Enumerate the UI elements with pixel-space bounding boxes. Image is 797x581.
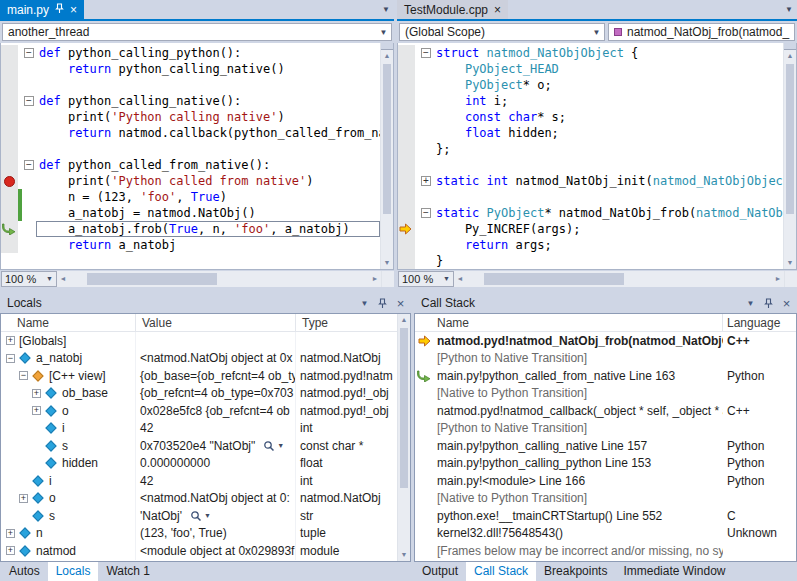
variable-name-cell[interactable]: i bbox=[1, 420, 136, 438]
breakpoint-margin[interactable] bbox=[1, 61, 18, 77]
code-line[interactable]: −def python_calling_python(): bbox=[1, 45, 380, 61]
code-text[interactable]: float hidden; bbox=[433, 125, 783, 141]
variable-name-cell[interactable]: s bbox=[1, 437, 136, 455]
column-header-language[interactable]: Language bbox=[723, 314, 796, 331]
code-line[interactable]: n = (123, 'foo', True) bbox=[1, 189, 380, 205]
scroll-up-icon[interactable]: ▲ bbox=[784, 50, 796, 62]
panel-tab-call-stack[interactable]: Call Stack bbox=[466, 562, 536, 581]
expand-icon[interactable]: + bbox=[6, 529, 15, 538]
code-text[interactable]: print('Python calling native') bbox=[36, 109, 380, 125]
breakpoint-margin[interactable] bbox=[398, 125, 415, 141]
horizontal-scrollbar[interactable]: ◄ ► bbox=[57, 271, 381, 287]
close-icon[interactable]: × bbox=[70, 4, 77, 16]
variable-value-cell[interactable]: 42 bbox=[136, 472, 296, 490]
frame-name-cell[interactable]: main.py!python_calling_native Line 157 bbox=[433, 437, 723, 455]
code-line[interactable]: a_natobj.frob(True, n, 'foo', a_natobj) bbox=[1, 221, 380, 237]
scroll-right-icon[interactable]: ► bbox=[772, 275, 784, 282]
breakpoint-margin[interactable] bbox=[398, 93, 415, 109]
variable-name-cell[interactable]: hidden bbox=[1, 455, 136, 473]
code-text[interactable]: print('Python called from native') bbox=[36, 173, 380, 189]
scroll-track[interactable] bbox=[381, 62, 393, 257]
collapse-icon[interactable]: − bbox=[24, 160, 34, 170]
code-editor-python[interactable]: −def python_calling_python(): return pyt… bbox=[0, 43, 394, 269]
panel-tab-locals[interactable]: Locals bbox=[48, 562, 99, 581]
code-text[interactable]: return natmod.callback(python_called_fro… bbox=[36, 125, 380, 141]
frame-name-cell[interactable]: python.exe!__tmainCRTStartup() Line 552 bbox=[433, 507, 723, 525]
code-text[interactable]: def python_calling_native(): bbox=[36, 93, 380, 109]
expand-icon[interactable]: + bbox=[6, 336, 15, 345]
code-line[interactable]: return natmod.callback(python_called_fro… bbox=[1, 125, 380, 141]
expand-icon[interactable]: + bbox=[6, 546, 15, 555]
breakpoint-margin[interactable] bbox=[1, 93, 18, 109]
scroll-left-icon[interactable]: ◄ bbox=[454, 275, 466, 282]
breakpoint-margin[interactable] bbox=[398, 77, 415, 93]
breakpoint-margin[interactable] bbox=[398, 189, 415, 205]
column-header-type[interactable]: Type bbox=[296, 314, 397, 331]
expand-icon[interactable]: + bbox=[32, 389, 41, 398]
variable-name-cell[interactable]: +n bbox=[1, 525, 136, 543]
call-stack-frame[interactable]: [Python to Native Transition] bbox=[415, 420, 796, 438]
call-stack-frame[interactable]: [Native to Python Transition] bbox=[415, 490, 796, 508]
variable-value-cell[interactable]: 42 bbox=[136, 420, 296, 438]
scroll-track[interactable] bbox=[466, 271, 772, 287]
locals-row[interactable]: +natmod<module object at 0x029893fmodule bbox=[1, 542, 397, 560]
fold-toggle-icon[interactable]: − bbox=[419, 45, 433, 61]
scroll-thumb[interactable] bbox=[87, 273, 217, 285]
locals-row[interactable]: +[Globals] bbox=[1, 332, 397, 350]
panel-tab-output[interactable]: Output bbox=[414, 562, 466, 581]
code-line[interactable] bbox=[1, 141, 380, 157]
member-dropdown[interactable]: natmod_NatObj_frob(natmod_ ▼ bbox=[608, 23, 795, 41]
collapse-icon[interactable]: − bbox=[24, 48, 34, 58]
code-line[interactable]: −def python_called_from_native(): bbox=[1, 157, 380, 173]
close-icon[interactable]: × bbox=[393, 296, 408, 311]
breakpoint-margin[interactable] bbox=[398, 141, 415, 157]
scroll-track[interactable] bbox=[398, 326, 410, 549]
tab-main-py[interactable]: main.py × bbox=[0, 0, 84, 19]
code-line[interactable] bbox=[398, 157, 783, 173]
code-text[interactable]: return python_calling_native() bbox=[36, 61, 380, 77]
scroll-thumb[interactable] bbox=[383, 64, 391, 214]
fold-toggle-icon[interactable]: − bbox=[419, 205, 433, 221]
frame-name-cell[interactable]: natmod.pyd!natmod_callback(_object * sel… bbox=[433, 402, 723, 420]
code-text[interactable]: const char* s; bbox=[433, 109, 783, 125]
breakpoint-icon[interactable] bbox=[1, 173, 18, 189]
breakpoint-margin[interactable] bbox=[1, 189, 18, 205]
zoom-control[interactable]: 100 % ▼ bbox=[398, 271, 454, 287]
zoom-control[interactable]: 100 % ▼ bbox=[1, 271, 57, 287]
code-line[interactable]: −struct natmod_NatObjObject { bbox=[398, 45, 783, 61]
variable-value-cell[interactable]: <module object at 0x029893f bbox=[136, 542, 296, 560]
locals-row[interactable]: i42int bbox=[1, 420, 397, 438]
scroll-left-icon[interactable]: ◄ bbox=[57, 275, 69, 282]
code-text[interactable]: struct natmod_NatObjObject { bbox=[433, 45, 783, 61]
tab-testmodule-cpp[interactable]: TestModule.cpp × bbox=[397, 0, 508, 19]
collapse-icon[interactable]: − bbox=[421, 48, 431, 58]
breakpoint-margin[interactable] bbox=[398, 237, 415, 253]
breakpoint-margin[interactable] bbox=[398, 109, 415, 125]
code-line[interactable]: const char* s; bbox=[398, 109, 783, 125]
code-line[interactable]: } bbox=[398, 253, 783, 269]
variable-name-cell[interactable]: +o bbox=[1, 402, 136, 420]
breakpoint-margin[interactable] bbox=[398, 61, 415, 77]
frame-name-cell[interactable]: [Python to Native Transition] bbox=[433, 420, 723, 438]
splitter-grip[interactable] bbox=[381, 43, 393, 50]
breakpoint-margin[interactable] bbox=[1, 237, 18, 253]
code-line[interactable]: int i; bbox=[398, 93, 783, 109]
variable-value-cell[interactable]: 0x703520e4 "NatObj"▼ bbox=[136, 437, 296, 455]
collapse-icon[interactable]: − bbox=[19, 371, 28, 380]
expand-icon[interactable]: + bbox=[32, 406, 41, 415]
code-text[interactable]: }; bbox=[433, 141, 783, 157]
vertical-scrollbar[interactable]: ▲ ▼ bbox=[397, 314, 410, 561]
code-text[interactable]: return a_natobj bbox=[36, 237, 380, 253]
scroll-thumb[interactable] bbox=[400, 328, 408, 488]
breakpoint-margin[interactable] bbox=[398, 253, 415, 269]
call-stack-frame[interactable]: main.py!python_called_from_native Line 1… bbox=[415, 367, 796, 385]
expand-icon[interactable]: + bbox=[19, 494, 28, 503]
breakpoint-margin[interactable] bbox=[1, 109, 18, 125]
call-stack-frame[interactable]: main.py!python_calling_native Line 157Py… bbox=[415, 437, 796, 455]
vertical-scrollbar[interactable]: ▲ ▼ bbox=[783, 43, 796, 269]
frame-name-cell[interactable]: main.py!python_calling_python Line 153 bbox=[433, 455, 723, 473]
code-text[interactable]: n = (123, 'foo', True) bbox=[36, 189, 380, 205]
fold-toggle-icon[interactable]: − bbox=[22, 45, 36, 61]
code-line[interactable]: }; bbox=[398, 141, 783, 157]
pin-icon[interactable] bbox=[55, 3, 64, 17]
